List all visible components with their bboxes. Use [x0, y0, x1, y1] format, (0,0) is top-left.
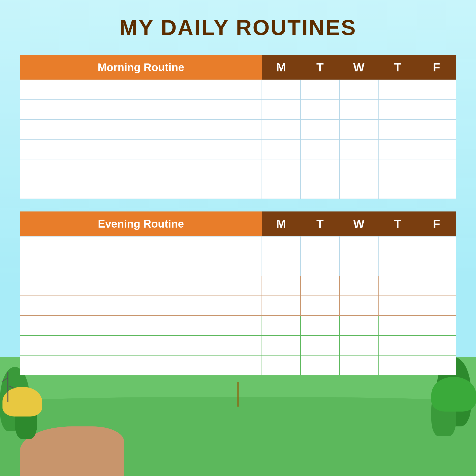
- morning-activity-4[interactable]: [20, 139, 262, 159]
- evening-check-2-t1[interactable]: [300, 256, 339, 276]
- morning-activity-5[interactable]: [20, 159, 262, 179]
- morning-check-1-w[interactable]: [339, 80, 378, 100]
- evening-check-5-m[interactable]: [262, 316, 301, 335]
- evening-activity-6[interactable]: [20, 335, 262, 355]
- morning-check-1-m[interactable]: [262, 80, 301, 100]
- evening-check-3-m[interactable]: [262, 276, 301, 296]
- evening-day-t1: T: [300, 211, 339, 236]
- evening-check-2-t2[interactable]: [378, 256, 417, 276]
- morning-check-2-m[interactable]: [262, 100, 301, 119]
- morning-check-4-t1[interactable]: [300, 139, 339, 159]
- page-title: MY DAILY ROUTINES: [20, 15, 456, 40]
- evening-check-7-m[interactable]: [262, 355, 301, 375]
- evening-activity-3[interactable]: [20, 276, 262, 296]
- evening-check-4-f[interactable]: [417, 296, 456, 316]
- morning-day-f: F: [417, 55, 456, 80]
- morning-check-4-m[interactable]: [262, 139, 301, 159]
- evening-check-5-w[interactable]: [339, 316, 378, 335]
- morning-check-6-t1[interactable]: [300, 179, 339, 199]
- evening-routine-table: Evening Routine M T W T F: [20, 211, 456, 375]
- evening-check-5-t2[interactable]: [378, 316, 417, 335]
- morning-check-3-w[interactable]: [339, 119, 378, 139]
- evening-check-2-m[interactable]: [262, 256, 301, 276]
- evening-check-4-t1[interactable]: [300, 296, 339, 316]
- evening-activity-5[interactable]: [20, 316, 262, 335]
- morning-check-5-t2[interactable]: [378, 159, 417, 179]
- morning-check-6-t2[interactable]: [378, 179, 417, 199]
- evening-check-6-w[interactable]: [339, 335, 378, 355]
- evening-check-1-f[interactable]: [417, 236, 456, 256]
- evening-check-3-t2[interactable]: [378, 276, 417, 296]
- morning-check-2-t1[interactable]: [300, 100, 339, 119]
- evening-row-2: [20, 256, 456, 276]
- morning-check-1-f[interactable]: [417, 80, 456, 100]
- morning-check-5-m[interactable]: [262, 159, 301, 179]
- morning-row-1: [20, 80, 456, 100]
- bush-right: [431, 377, 476, 412]
- evening-check-3-f[interactable]: [417, 276, 456, 296]
- evening-check-2-f[interactable]: [417, 256, 456, 276]
- evening-row-3: [20, 276, 456, 296]
- morning-check-3-m[interactable]: [262, 119, 301, 139]
- evening-check-3-w[interactable]: [339, 276, 378, 296]
- morning-row-3: [20, 119, 456, 139]
- evening-check-4-w[interactable]: [339, 296, 378, 316]
- morning-check-1-t1[interactable]: [300, 80, 339, 100]
- morning-check-6-f[interactable]: [417, 179, 456, 199]
- evening-check-5-t1[interactable]: [300, 316, 339, 335]
- morning-check-6-m[interactable]: [262, 179, 301, 199]
- evening-check-6-f[interactable]: [417, 335, 456, 355]
- morning-check-3-t1[interactable]: [300, 119, 339, 139]
- evening-day-t2: T: [378, 211, 417, 236]
- morning-activity-2[interactable]: [20, 100, 262, 119]
- branch-center-icon: [238, 382, 239, 407]
- morning-check-4-t2[interactable]: [378, 139, 417, 159]
- morning-check-5-w[interactable]: [339, 159, 378, 179]
- evening-routine-body: [20, 236, 456, 375]
- evening-check-6-t1[interactable]: [300, 335, 339, 355]
- morning-row-5: [20, 159, 456, 179]
- evening-check-1-m[interactable]: [262, 236, 301, 256]
- evening-check-2-w[interactable]: [339, 256, 378, 276]
- morning-activity-6[interactable]: [20, 179, 262, 199]
- evening-row-4: [20, 296, 456, 316]
- morning-check-6-w[interactable]: [339, 179, 378, 199]
- morning-check-4-w[interactable]: [339, 139, 378, 159]
- evening-check-4-m[interactable]: [262, 296, 301, 316]
- morning-check-5-f[interactable]: [417, 159, 456, 179]
- morning-activity-1[interactable]: [20, 80, 262, 100]
- evening-row-7: [20, 355, 456, 375]
- morning-check-2-f[interactable]: [417, 100, 456, 119]
- morning-check-2-t2[interactable]: [378, 100, 417, 119]
- evening-row-1: [20, 236, 456, 256]
- evening-check-6-m[interactable]: [262, 335, 301, 355]
- bush-left: [2, 387, 42, 416]
- evening-check-7-t1[interactable]: [300, 355, 339, 375]
- evening-check-1-t2[interactable]: [378, 236, 417, 256]
- morning-activity-3[interactable]: [20, 119, 262, 139]
- evening-check-6-t2[interactable]: [378, 335, 417, 355]
- evening-check-1-w[interactable]: [339, 236, 378, 256]
- morning-day-t2: T: [378, 55, 417, 80]
- evening-activity-4[interactable]: [20, 296, 262, 316]
- evening-activity-7[interactable]: [20, 355, 262, 375]
- evening-check-1-t1[interactable]: [300, 236, 339, 256]
- morning-check-5-t1[interactable]: [300, 159, 339, 179]
- morning-check-3-f[interactable]: [417, 119, 456, 139]
- morning-check-3-t2[interactable]: [378, 119, 417, 139]
- morning-check-4-f[interactable]: [417, 139, 456, 159]
- morning-check-1-t2[interactable]: [378, 80, 417, 100]
- evening-check-3-t1[interactable]: [300, 276, 339, 296]
- evening-check-7-w[interactable]: [339, 355, 378, 375]
- morning-routine-body: [20, 80, 456, 199]
- evening-check-5-f[interactable]: [417, 316, 456, 335]
- evening-activity-2[interactable]: [20, 256, 262, 276]
- morning-check-2-w[interactable]: [339, 100, 378, 119]
- evening-activity-1[interactable]: [20, 236, 262, 256]
- evening-check-4-t2[interactable]: [378, 296, 417, 316]
- evening-check-7-t2[interactable]: [378, 355, 417, 375]
- evening-routine-section: Evening Routine M T W T F: [20, 211, 456, 375]
- evening-day-m: M: [262, 211, 301, 236]
- evening-check-7-f[interactable]: [417, 355, 456, 375]
- morning-header-row: Morning Routine M T W T F: [20, 55, 456, 80]
